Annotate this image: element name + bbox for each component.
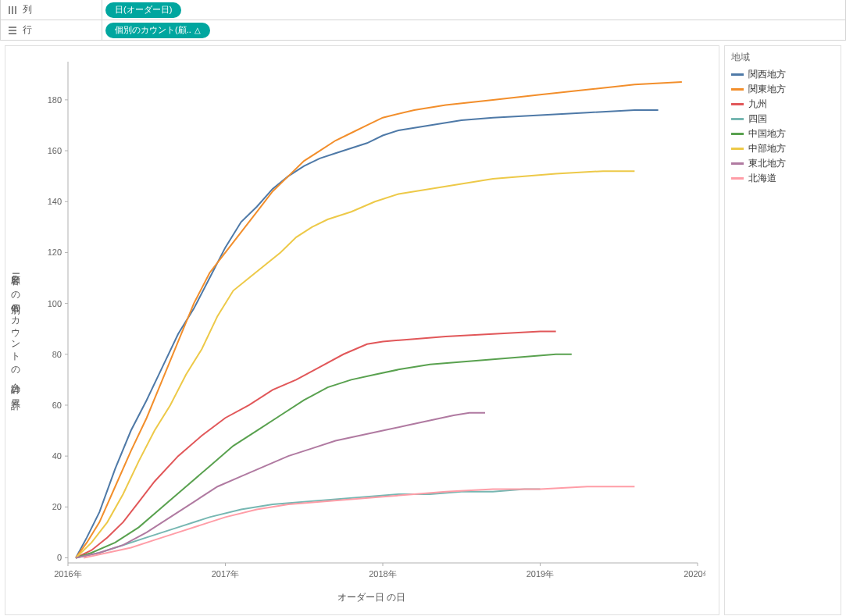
legend-label: 四国 (748, 112, 767, 126)
chart-svg[interactable]: 0204060801001201401601802016年2017年2018年2… (34, 54, 705, 585)
svg-text:80: 80 (52, 350, 62, 359)
rows-shelf-content[interactable]: 個別のカウント(顧.. △ (102, 20, 845, 40)
columns-shelf-content[interactable]: 日(オーダー日) (102, 0, 845, 20)
legend-label: 九州 (748, 98, 767, 111)
legend-swatch (731, 118, 744, 120)
legend-item[interactable]: 中部地方 (731, 141, 834, 156)
legend-label: 関東地方 (748, 83, 786, 96)
legend-item[interactable]: 東北地方 (731, 156, 834, 171)
legend-swatch (731, 73, 744, 76)
rows-icon (7, 26, 18, 35)
series-line[interactable] (76, 489, 540, 557)
columns-shelf[interactable]: 列 日(オーダー日) (0, 0, 846, 20)
svg-rect-1 (12, 6, 13, 14)
series-line[interactable] (76, 171, 634, 557)
legend-label: 関西地方 (748, 68, 786, 81)
legend-item[interactable]: 北海道 (731, 171, 834, 186)
svg-rect-5 (9, 33, 16, 34)
y-axis-title: 顧客 Id の個別のカウント の 合計 の累計 (9, 267, 22, 393)
legend-title: 地域 (731, 51, 834, 64)
svg-text:120: 120 (48, 247, 62, 257)
legend-item[interactable]: 四国 (731, 112, 834, 126)
legend-item[interactable]: 関東地方 (731, 82, 834, 97)
svg-rect-0 (9, 6, 10, 14)
svg-text:100: 100 (48, 299, 62, 308)
svg-text:0: 0 (57, 553, 62, 562)
svg-rect-2 (15, 6, 16, 14)
legend-label: 東北地方 (748, 157, 786, 170)
series-line[interactable] (76, 413, 485, 558)
legend-swatch (731, 133, 744, 135)
legend-item[interactable]: 中国地方 (731, 126, 834, 141)
rows-label-text: 行 (23, 23, 32, 37)
legend-label: 中国地方 (748, 127, 786, 141)
svg-text:20: 20 (52, 502, 62, 511)
svg-text:2018年: 2018年 (369, 569, 396, 579)
series-line[interactable] (76, 354, 572, 558)
columns-shelf-label: 列 (1, 0, 102, 20)
svg-text:60: 60 (52, 401, 62, 410)
svg-text:140: 140 (48, 197, 62, 206)
svg-text:2020年: 2020年 (684, 569, 705, 579)
legend-label: 北海道 (748, 172, 776, 185)
svg-text:2016年: 2016年 (54, 569, 81, 579)
svg-text:2019年: 2019年 (527, 569, 554, 579)
svg-text:40: 40 (52, 451, 62, 461)
legend-swatch (731, 148, 744, 150)
legend-item[interactable]: 九州 (731, 97, 834, 112)
legend-item[interactable]: 関西地方 (731, 67, 834, 82)
x-axis-title: オーダー日 の日 (34, 591, 709, 604)
legend-label: 中部地方 (748, 142, 786, 155)
svg-rect-3 (9, 27, 16, 28)
legend-panel[interactable]: 地域 関西地方関東地方九州四国中国地方中部地方東北地方北海道 (724, 45, 841, 615)
chart-panel[interactable]: 顧客 Id の個別のカウント の 合計 の累計 0204060801001201… (5, 45, 719, 615)
columns-icon (7, 5, 18, 15)
series-line[interactable] (76, 110, 659, 558)
legend-swatch (731, 162, 744, 165)
columns-pill[interactable]: 日(オーダー日) (105, 2, 181, 18)
legend-swatch (731, 177, 744, 180)
legend-items: 関西地方関東地方九州四国中国地方中部地方東北地方北海道 (731, 67, 834, 186)
viz-area: 顧客 Id の個別のカウント の 合計 の累計 0204060801001201… (0, 41, 846, 616)
rows-shelf[interactable]: 行 個別のカウント(顧.. △ (0, 20, 846, 41)
svg-text:2017年: 2017年 (212, 569, 239, 579)
legend-swatch (731, 88, 744, 91)
rows-pill[interactable]: 個別のカウント(顧.. △ (105, 23, 210, 38)
svg-text:160: 160 (48, 146, 62, 155)
table-calc-icon: △ (195, 26, 201, 34)
legend-swatch (731, 103, 744, 105)
plot-wrap: 0204060801001201401601802016年2017年2018年2… (34, 54, 709, 585)
svg-rect-4 (9, 30, 16, 31)
rows-shelf-label: 行 (1, 20, 102, 40)
svg-text:180: 180 (48, 95, 62, 105)
columns-label-text: 列 (23, 3, 32, 16)
